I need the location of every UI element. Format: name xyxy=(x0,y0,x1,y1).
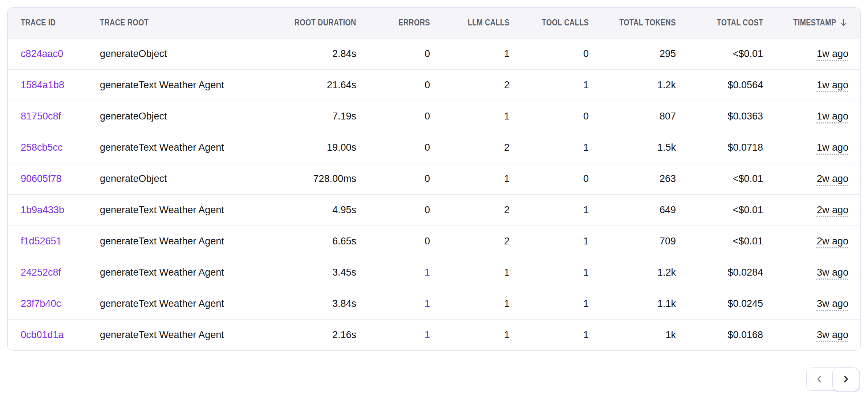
total-tokens-cell: 807 xyxy=(589,101,676,132)
trace-id-link[interactable]: 258cb5cc xyxy=(21,142,63,153)
trace-id-link[interactable]: 1584a1b8 xyxy=(21,80,64,90)
arrow-down-icon xyxy=(839,18,848,27)
llm-calls-cell: 1 xyxy=(430,257,510,288)
timestamp-value[interactable]: 2w ago xyxy=(817,204,848,215)
total-tokens-cell: 1.2k xyxy=(589,257,676,288)
column-header-label: ROOT DURATION xyxy=(295,18,356,28)
column-header-total-tokens[interactable]: TOTAL TOKENS xyxy=(589,8,676,38)
root-duration-cell: 3.84s xyxy=(246,288,356,319)
table-row: 24252c8fgenerateText Weather Agent3.45s1… xyxy=(8,257,861,288)
errors-value: 0 xyxy=(425,80,430,90)
column-header-trace-id[interactable]: TRACE ID xyxy=(8,8,93,38)
total-tokens-cell: 1k xyxy=(589,319,676,350)
trace-id-cell: 90605f78 xyxy=(8,163,93,194)
timestamp-cell: 3w ago xyxy=(763,257,861,288)
trace-id-cell: 24252c8f xyxy=(8,257,93,288)
table-row: 23f7b40cgenerateText Weather Agent3.84s1… xyxy=(8,288,861,319)
errors-cell: 0 xyxy=(356,101,430,132)
column-header-label: ERRORS xyxy=(398,18,430,28)
timestamp-cell: 1w ago xyxy=(763,132,861,163)
trace-id-cell: f1d52651 xyxy=(8,226,93,257)
tool-calls-cell: 0 xyxy=(510,38,589,69)
table-row: 81750c8fgenerateObject7.19s010807$0.0363… xyxy=(8,101,861,132)
timestamp-value[interactable]: 1w ago xyxy=(817,142,848,153)
trace-root-cell: generateText Weather Agent xyxy=(93,69,246,101)
column-header-llm-calls[interactable]: LLM CALLS xyxy=(430,8,510,38)
trace-id-cell: 23f7b40c xyxy=(8,288,93,319)
timestamp-value[interactable]: 1w ago xyxy=(817,48,848,59)
trace-id-cell: c824aac0 xyxy=(8,38,93,69)
llm-calls-cell: 1 xyxy=(430,163,510,194)
llm-calls-cell: 1 xyxy=(430,319,510,350)
trace-id-cell: 258cb5cc xyxy=(8,132,93,163)
timestamp-value[interactable]: 2w ago xyxy=(817,236,848,247)
table-row: c824aac0generateObject2.84s010295<$0.011… xyxy=(8,38,861,69)
column-header-total-cost[interactable]: TOTAL COST xyxy=(676,8,763,38)
tool-calls-cell: 1 xyxy=(510,69,589,101)
root-duration-cell: 728.00ms xyxy=(246,163,356,194)
timestamp-cell: 1w ago xyxy=(763,38,861,69)
total-tokens-cell: 263 xyxy=(589,163,676,194)
header-row: TRACE IDTRACE ROOTROOT DURATIONERRORSLLM… xyxy=(8,8,861,38)
traces-table-card: TRACE IDTRACE ROOTROOT DURATIONERRORSLLM… xyxy=(7,7,861,351)
trace-id-link[interactable]: f1d52651 xyxy=(21,236,62,247)
trace-root-cell: generateObject xyxy=(93,101,246,132)
trace-id-link[interactable]: 81750c8f xyxy=(21,111,61,122)
errors-value: 1 xyxy=(425,267,430,278)
tool-calls-cell: 0 xyxy=(510,101,589,132)
trace-root-cell: generateText Weather Agent xyxy=(93,257,246,288)
table-row: 0cb01d1agenerateText Weather Agent2.16s1… xyxy=(8,319,861,350)
tool-calls-cell: 1 xyxy=(510,226,589,257)
timestamp-value[interactable]: 1w ago xyxy=(817,111,848,122)
tool-calls-cell: 1 xyxy=(510,288,589,319)
column-header-errors[interactable]: ERRORS xyxy=(356,8,430,38)
timestamp-value[interactable]: 3w ago xyxy=(817,298,848,309)
column-header-root-duration[interactable]: ROOT DURATION xyxy=(246,8,356,38)
next-page-button[interactable] xyxy=(832,367,859,391)
trace-root-cell: generateText Weather Agent xyxy=(93,194,246,226)
column-header-label: TOOL CALLS xyxy=(542,18,589,28)
trace-id-link[interactable]: c824aac0 xyxy=(21,48,63,59)
total-tokens-cell: 1.2k xyxy=(589,69,676,101)
table-row: 1b9a433bgenerateText Weather Agent4.95s0… xyxy=(8,194,861,226)
column-header-label: TIMESTAMP xyxy=(793,18,836,28)
timestamp-cell: 2w ago xyxy=(763,163,861,194)
total-cost-cell: $0.0245 xyxy=(676,288,763,319)
root-duration-cell: 2.16s xyxy=(246,319,356,350)
total-cost-cell: $0.0564 xyxy=(676,69,763,101)
trace-root-cell: generateText Weather Agent xyxy=(93,132,246,163)
trace-id-link[interactable]: 0cb01d1a xyxy=(21,329,64,340)
chevron-left-icon xyxy=(814,374,824,384)
timestamp-cell: 3w ago xyxy=(763,288,861,319)
column-header-timestamp[interactable]: TIMESTAMP xyxy=(763,8,861,38)
total-tokens-cell: 1.5k xyxy=(589,132,676,163)
llm-calls-cell: 2 xyxy=(430,69,510,101)
root-duration-cell: 3.45s xyxy=(246,257,356,288)
timestamp-value[interactable]: 2w ago xyxy=(817,173,848,184)
errors-value: 0 xyxy=(425,173,430,184)
column-header-tool-calls[interactable]: TOOL CALLS xyxy=(510,8,589,38)
trace-id-link[interactable]: 1b9a433b xyxy=(21,204,64,215)
timestamp-value[interactable]: 3w ago xyxy=(817,267,848,278)
timestamp-cell: 1w ago xyxy=(763,101,861,132)
chevron-right-icon xyxy=(841,374,851,384)
trace-id-link[interactable]: 24252c8f xyxy=(21,267,61,278)
root-duration-cell: 21.64s xyxy=(246,69,356,101)
table-header: TRACE IDTRACE ROOTROOT DURATIONERRORSLLM… xyxy=(8,8,861,38)
prev-page-button[interactable] xyxy=(807,368,832,390)
llm-calls-cell: 1 xyxy=(430,101,510,132)
traces-table: TRACE IDTRACE ROOTROOT DURATIONERRORSLLM… xyxy=(8,8,861,350)
column-header-label: TRACE ID xyxy=(21,18,56,28)
llm-calls-cell: 1 xyxy=(430,38,510,69)
trace-id-link[interactable]: 90605f78 xyxy=(21,173,62,184)
total-cost-cell: <$0.01 xyxy=(676,194,763,226)
timestamp-value[interactable]: 3w ago xyxy=(817,329,848,340)
errors-cell: 0 xyxy=(356,69,430,101)
errors-cell: 0 xyxy=(356,194,430,226)
errors-cell: 0 xyxy=(356,226,430,257)
timestamp-value[interactable]: 1w ago xyxy=(817,80,848,90)
trace-id-link[interactable]: 23f7b40c xyxy=(21,298,61,309)
table-body: c824aac0generateObject2.84s010295<$0.011… xyxy=(8,38,861,350)
column-header-trace-root[interactable]: TRACE ROOT xyxy=(93,8,246,38)
errors-value: 1 xyxy=(425,329,430,340)
